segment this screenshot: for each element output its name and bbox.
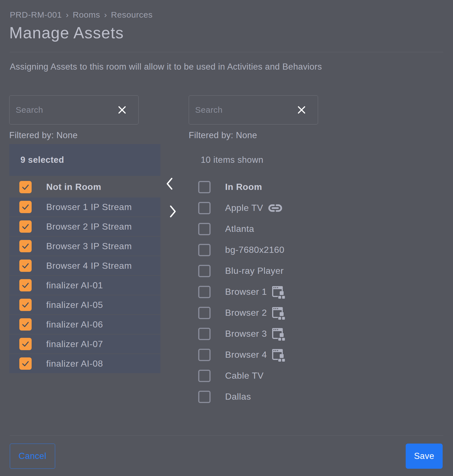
checkbox-checked-icon[interactable]	[19, 220, 32, 233]
list-item[interactable]: finalizer AI-08	[9, 354, 160, 373]
browser-window-icon	[271, 327, 285, 341]
list-item[interactable]: finalizer AI-07	[9, 334, 160, 354]
checkbox-checked-icon[interactable]	[19, 181, 32, 193]
list-item-label: Blu-ray Player	[225, 266, 284, 276]
checkbox-checked-icon[interactable]	[19, 318, 32, 331]
list-item-label: Browser 1	[225, 287, 267, 297]
group-label: In Room	[225, 182, 262, 192]
page-description: Assigning Assets to this room will allow…	[10, 62, 322, 72]
list-item[interactable]: Browser 2	[189, 302, 373, 323]
breadcrumb: PRD-RM-001 › Rooms › Resources	[10, 10, 153, 20]
footer-divider	[10, 435, 443, 436]
items-shown-summary: 10 items shown	[189, 144, 373, 176]
checkbox-checked-icon[interactable]	[19, 357, 32, 370]
list-item[interactable]: Apple TV	[189, 197, 373, 218]
cancel-button[interactable]: Cancel	[10, 444, 55, 469]
breadcrumb-separator: ›	[104, 10, 107, 20]
list-item-group-in-room[interactable]: In Room	[189, 176, 373, 197]
save-button[interactable]: Save	[406, 444, 443, 469]
checkbox-unchecked-icon[interactable]	[198, 223, 211, 235]
list-item[interactable]: Browser 4 IP Stream	[9, 256, 160, 275]
list-item[interactable]: Browser 1	[189, 281, 373, 302]
in-room-panel: Filtered by: None 10 items shown In Room…	[189, 95, 373, 407]
checkbox-unchecked-icon[interactable]	[198, 349, 211, 361]
list-item[interactable]: finalizer AI-06	[9, 315, 160, 334]
list-item-label: Atlanta	[225, 224, 254, 234]
checkbox-checked-icon[interactable]	[19, 260, 32, 272]
left-selection-summary: 9 selected	[9, 144, 160, 176]
breadcrumb-item-room-id[interactable]: PRD-RM-001	[10, 10, 62, 20]
list-item-label: Browser 4 IP Stream	[46, 261, 132, 271]
manage-assets-page: PRD-RM-001 › Rooms › Resources Manage As…	[0, 0, 453, 476]
left-search-clear-button[interactable]	[116, 104, 128, 116]
list-item-label: finalizer AI-05	[46, 300, 103, 310]
right-filtered-by-label: Filtered by: None	[189, 130, 373, 140]
left-filtered-by-label: Filtered by: None	[9, 130, 160, 140]
list-item-group-not-in-room[interactable]: Not in Room	[9, 176, 160, 197]
list-item[interactable]: bg-7680x2160	[189, 239, 373, 260]
checkbox-unchecked-icon[interactable]	[198, 244, 211, 256]
checkbox-unchecked-icon[interactable]	[198, 181, 211, 193]
breadcrumb-separator: ›	[66, 10, 69, 20]
chevron-right-icon	[169, 205, 177, 218]
checkbox-unchecked-icon[interactable]	[198, 328, 211, 340]
x-clear-icon	[296, 105, 307, 115]
move-to-left-button[interactable]	[166, 177, 173, 190]
list-item-label: Browser 4	[225, 350, 267, 360]
checkbox-unchecked-icon[interactable]	[198, 286, 211, 298]
move-to-right-button[interactable]	[169, 205, 177, 218]
group-label: Not in Room	[46, 182, 101, 192]
list-item[interactable]: Browser 1 IP Stream	[9, 197, 160, 216]
selection-summary-label: 9 selected	[20, 155, 64, 165]
list-item[interactable]: Browser 2 IP Stream	[9, 217, 160, 236]
list-item[interactable]: finalizer AI-05	[9, 295, 160, 314]
checkbox-checked-icon[interactable]	[19, 299, 32, 311]
list-item[interactable]: Atlanta	[189, 218, 373, 239]
list-item[interactable]: Cable TV	[189, 365, 373, 386]
list-item-label: finalizer AI-08	[46, 359, 103, 369]
list-item[interactable]: Browser 3 IP Stream	[9, 237, 160, 256]
breadcrumb-item-rooms[interactable]: Rooms	[73, 10, 100, 20]
right-search-clear-button[interactable]	[296, 104, 307, 116]
list-item-label: bg-7680x2160	[225, 245, 284, 255]
checkbox-unchecked-icon[interactable]	[198, 391, 211, 403]
list-item-label: Apple TV	[225, 203, 263, 213]
left-search-box	[9, 95, 139, 124]
checkbox-checked-icon[interactable]	[19, 201, 32, 213]
x-clear-icon	[117, 105, 127, 115]
checkbox-unchecked-icon[interactable]	[198, 202, 211, 214]
page-title: Manage Assets	[9, 23, 124, 42]
browser-window-icon	[271, 348, 285, 362]
checkbox-unchecked-icon[interactable]	[198, 307, 211, 319]
breadcrumb-item-resources[interactable]: Resources	[111, 10, 153, 20]
list-item[interactable]: Browser 3	[189, 323, 373, 344]
list-item[interactable]: Dallas	[189, 386, 373, 407]
link-icon	[268, 203, 283, 213]
browser-window-icon	[271, 285, 285, 299]
list-item-label: Cable TV	[225, 371, 264, 381]
right-asset-list: In Room Apple TV Atlanta bg-7680x2160 Bl…	[189, 176, 373, 407]
list-item-label: Browser 3	[225, 329, 267, 339]
items-shown-label: 10 items shown	[201, 155, 263, 165]
checkbox-checked-icon[interactable]	[19, 338, 32, 350]
left-asset-list: Not in Room Browser 1 IP Stream Browser …	[9, 176, 160, 373]
checkbox-checked-icon[interactable]	[19, 279, 32, 291]
checkbox-unchecked-icon[interactable]	[198, 265, 211, 277]
list-item-label: finalizer AI-06	[46, 319, 103, 330]
list-item-label: Browser 2	[225, 308, 267, 318]
list-item-label: finalizer AI-07	[46, 339, 103, 349]
browser-window-icon	[271, 306, 285, 320]
checkbox-checked-icon[interactable]	[19, 240, 32, 252]
header-divider	[10, 52, 443, 52]
list-item-label: Browser 3 IP Stream	[46, 241, 132, 251]
not-in-room-panel: Filtered by: None 9 selected Not in Room…	[9, 95, 160, 374]
list-item[interactable]: Browser 4	[189, 344, 373, 365]
list-item-label: Browser 2 IP Stream	[46, 221, 132, 232]
right-search-box	[189, 95, 318, 124]
list-item[interactable]: finalizer AI-01	[9, 276, 160, 295]
list-item-label: Browser 1 IP Stream	[46, 202, 132, 212]
list-item[interactable]: Blu-ray Player	[189, 260, 373, 281]
chevron-left-icon	[166, 177, 173, 190]
checkbox-unchecked-icon[interactable]	[198, 370, 211, 382]
list-item-label: finalizer AI-01	[46, 280, 103, 291]
